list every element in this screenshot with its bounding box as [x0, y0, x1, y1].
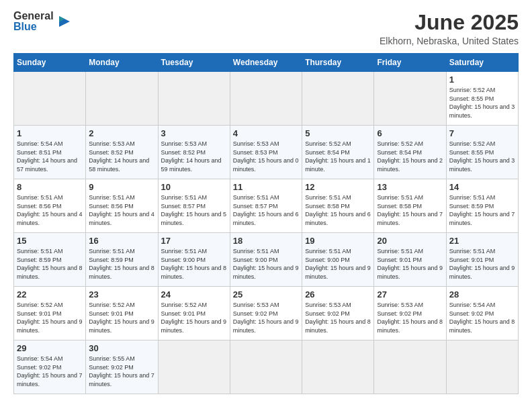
cell-info: Sunrise: 5:52 AM Sunset: 9:01 PM Dayligh… [161, 301, 227, 334]
cell-info: Sunrise: 5:53 AM Sunset: 8:52 PM Dayligh… [89, 140, 154, 173]
day-number: 6 [377, 128, 443, 138]
day-number: 3 [161, 128, 227, 138]
day-number: 21 [449, 236, 515, 246]
col-header-sunday: Sunday [14, 54, 86, 72]
cell-info: Sunrise: 5:51 AM Sunset: 8:56 PM Dayligh… [17, 193, 83, 227]
cell-info: Sunrise: 5:51 AM Sunset: 8:59 PM Dayligh… [89, 247, 154, 281]
calendar-cell [374, 340, 446, 394]
col-header-tuesday: Tuesday [158, 54, 230, 72]
cell-info: Sunrise: 5:52 AM Sunset: 8:55 PM Dayligh… [449, 86, 515, 120]
day-number: 1 [17, 128, 83, 138]
calendar-cell: 16Sunrise: 5:51 AM Sunset: 8:59 PM Dayli… [86, 233, 158, 287]
calendar-cell [302, 340, 374, 394]
day-number: 14 [449, 182, 515, 192]
calendar-cell: 9Sunrise: 5:51 AM Sunset: 8:56 PM Daylig… [86, 179, 158, 233]
day-number: 9 [89, 182, 154, 192]
calendar-cell: 15Sunrise: 5:51 AM Sunset: 8:59 PM Dayli… [14, 233, 86, 287]
day-number: 26 [305, 289, 371, 300]
day-number: 25 [233, 289, 299, 300]
cell-info: Sunrise: 5:51 AM Sunset: 9:01 PM Dayligh… [377, 247, 443, 281]
calendar-cell: 4Sunrise: 5:53 AM Sunset: 8:53 PM Daylig… [230, 126, 302, 179]
day-number: 10 [161, 182, 227, 192]
cell-info: Sunrise: 5:54 AM Sunset: 9:02 PM Dayligh… [17, 355, 83, 388]
cell-info: Sunrise: 5:55 AM Sunset: 9:02 PM Dayligh… [89, 355, 154, 388]
header-row: SundayMondayTuesdayWednesdayThursdayFrid… [14, 54, 519, 72]
cell-info: Sunrise: 5:51 AM Sunset: 8:56 PM Dayligh… [89, 193, 154, 227]
cell-info: Sunrise: 5:51 AM Sunset: 8:59 PM Dayligh… [17, 247, 83, 281]
calendar-cell: 17Sunrise: 5:51 AM Sunset: 9:00 PM Dayli… [158, 233, 230, 287]
calendar-cell: 8Sunrise: 5:51 AM Sunset: 8:56 PM Daylig… [14, 179, 86, 233]
day-number: 19 [305, 236, 371, 246]
logo-icon [56, 15, 71, 30]
calendar-cell: 28Sunrise: 5:54 AM Sunset: 9:02 PM Dayli… [446, 287, 518, 340]
cell-info: Sunrise: 5:51 AM Sunset: 8:57 PM Dayligh… [233, 193, 299, 227]
cell-info: Sunrise: 5:52 AM Sunset: 8:55 PM Dayligh… [449, 140, 515, 173]
calendar-cell: 30Sunrise: 5:55 AM Sunset: 9:02 PM Dayli… [86, 340, 158, 394]
cell-info: Sunrise: 5:53 AM Sunset: 9:02 PM Dayligh… [377, 301, 443, 334]
calendar-cell: 5Sunrise: 5:52 AM Sunset: 8:54 PM Daylig… [302, 126, 374, 179]
cell-info: Sunrise: 5:53 AM Sunset: 8:53 PM Dayligh… [233, 140, 299, 173]
cell-info: Sunrise: 5:52 AM Sunset: 8:54 PM Dayligh… [377, 140, 443, 173]
calendar-cell [230, 340, 302, 394]
calendar-cell: 25Sunrise: 5:53 AM Sunset: 9:02 PM Dayli… [230, 287, 302, 340]
week-row-2: 1Sunrise: 5:54 AM Sunset: 8:51 PM Daylig… [14, 126, 519, 179]
calendar-cell: 13Sunrise: 5:51 AM Sunset: 8:58 PM Dayli… [374, 179, 446, 233]
cell-info: Sunrise: 5:52 AM Sunset: 9:01 PM Dayligh… [17, 301, 83, 334]
cell-info: Sunrise: 5:51 AM Sunset: 8:59 PM Dayligh… [449, 193, 515, 227]
day-number: 22 [17, 289, 83, 300]
cell-info: Sunrise: 5:53 AM Sunset: 9:02 PM Dayligh… [233, 301, 299, 334]
calendar-cell: 14Sunrise: 5:51 AM Sunset: 8:59 PM Dayli… [446, 179, 518, 233]
calendar-cell: 26Sunrise: 5:53 AM Sunset: 9:02 PM Dayli… [302, 287, 374, 340]
header: General Blue June 2025 Elkhorn, Nebraska… [13, 11, 519, 46]
cell-info: Sunrise: 5:51 AM Sunset: 9:00 PM Dayligh… [161, 247, 227, 281]
cell-info: Sunrise: 5:51 AM Sunset: 8:57 PM Dayligh… [161, 193, 227, 227]
cell-info: Sunrise: 5:51 AM Sunset: 9:00 PM Dayligh… [233, 247, 299, 281]
cell-info: Sunrise: 5:51 AM Sunset: 8:58 PM Dayligh… [305, 193, 371, 227]
day-number: 24 [161, 289, 227, 300]
calendar-cell: 12Sunrise: 5:51 AM Sunset: 8:58 PM Dayli… [302, 179, 374, 233]
calendar-cell: 23Sunrise: 5:52 AM Sunset: 9:01 PM Dayli… [86, 287, 158, 340]
calendar-cell: 10Sunrise: 5:51 AM Sunset: 8:57 PM Dayli… [158, 179, 230, 233]
day-number: 17 [161, 236, 227, 246]
calendar-cell: 1Sunrise: 5:52 AM Sunset: 8:55 PM Daylig… [446, 72, 518, 126]
week-row-6: 29Sunrise: 5:54 AM Sunset: 9:02 PM Dayli… [14, 340, 519, 394]
calendar-cell [14, 72, 86, 126]
calendar-cell: 2Sunrise: 5:53 AM Sunset: 8:52 PM Daylig… [86, 126, 158, 179]
calendar-cell: 11Sunrise: 5:51 AM Sunset: 8:57 PM Dayli… [230, 179, 302, 233]
calendar-cell [158, 72, 230, 126]
calendar-title: June 2025 [380, 11, 519, 34]
logo: General Blue [13, 11, 71, 32]
day-number: 12 [305, 182, 371, 192]
cell-info: Sunrise: 5:51 AM Sunset: 9:01 PM Dayligh… [449, 247, 515, 281]
day-number: 28 [449, 289, 515, 300]
calendar-page: General Blue June 2025 Elkhorn, Nebraska… [0, 0, 532, 411]
week-row-1: 1Sunrise: 5:52 AM Sunset: 8:55 PM Daylig… [14, 72, 519, 126]
week-row-5: 22Sunrise: 5:52 AM Sunset: 9:01 PM Dayli… [14, 287, 519, 340]
calendar-cell [230, 72, 302, 126]
day-number: 29 [17, 343, 83, 353]
calendar-cell: 29Sunrise: 5:54 AM Sunset: 9:02 PM Dayli… [14, 340, 86, 394]
col-header-monday: Monday [86, 54, 158, 72]
title-block: June 2025 Elkhorn, Nebraska, United Stat… [380, 11, 519, 46]
week-row-3: 8Sunrise: 5:51 AM Sunset: 8:56 PM Daylig… [14, 179, 519, 233]
calendar-cell [374, 72, 446, 126]
cell-info: Sunrise: 5:53 AM Sunset: 8:52 PM Dayligh… [161, 140, 227, 173]
calendar-table: SundayMondayTuesdayWednesdayThursdayFrid… [13, 53, 519, 394]
calendar-cell [446, 340, 518, 394]
calendar-cell: 19Sunrise: 5:51 AM Sunset: 9:00 PM Dayli… [302, 233, 374, 287]
day-number: 5 [305, 128, 371, 138]
day-number: 2 [89, 128, 154, 138]
calendar-cell: 18Sunrise: 5:51 AM Sunset: 9:00 PM Dayli… [230, 233, 302, 287]
calendar-subtitle: Elkhorn, Nebraska, United States [380, 36, 519, 46]
calendar-cell [302, 72, 374, 126]
week-row-4: 15Sunrise: 5:51 AM Sunset: 8:59 PM Dayli… [14, 233, 519, 287]
calendar-cell: 7Sunrise: 5:52 AM Sunset: 8:55 PM Daylig… [446, 126, 518, 179]
logo-blue-text: Blue [13, 21, 37, 32]
cell-info: Sunrise: 5:51 AM Sunset: 8:58 PM Dayligh… [377, 193, 443, 227]
day-number: 18 [233, 236, 299, 246]
calendar-cell [86, 72, 158, 126]
col-header-friday: Friday [374, 54, 446, 72]
calendar-cell: 21Sunrise: 5:51 AM Sunset: 9:01 PM Dayli… [446, 233, 518, 287]
calendar-cell: 27Sunrise: 5:53 AM Sunset: 9:02 PM Dayli… [374, 287, 446, 340]
calendar-cell: 20Sunrise: 5:51 AM Sunset: 9:01 PM Dayli… [374, 233, 446, 287]
